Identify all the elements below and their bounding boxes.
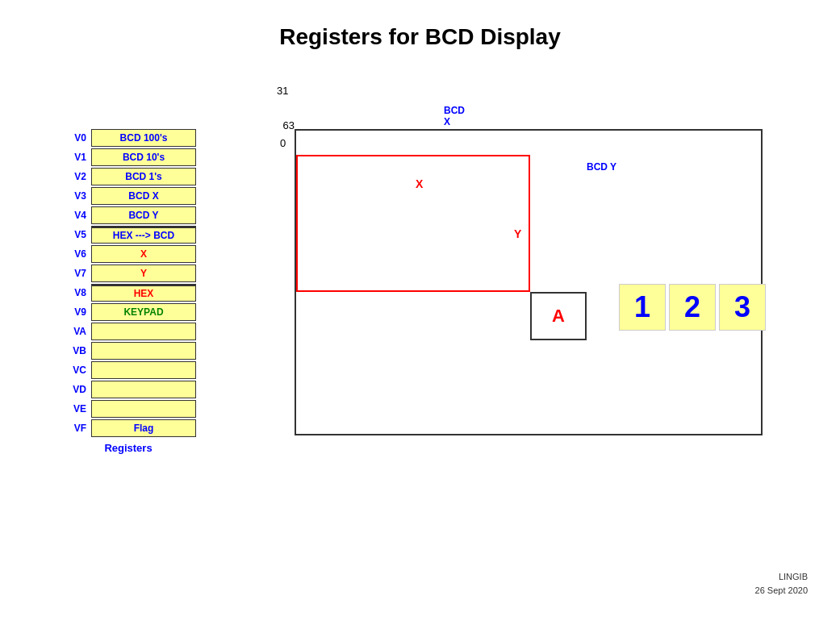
reg-label: V4	[61, 210, 86, 221]
reg-cell: HEX	[91, 284, 196, 302]
reg-label: V0	[61, 132, 86, 144]
register-row: VFFlag	[61, 419, 196, 437]
number-box-1: 1	[619, 284, 666, 331]
reg-cell: BCD 100's	[91, 129, 196, 147]
registers-section: V0BCD 100'sV1BCD 10'sV2BCD 1'sV3BCD XV4B…	[61, 129, 196, 454]
reg-label: VB	[61, 345, 86, 356]
reg-label: V3	[61, 190, 86, 202]
footer: LINGIB 26 Sept 2020	[755, 570, 808, 597]
footer-line2: 26 Sept 2020	[755, 584, 808, 598]
registers-label: Registers	[61, 442, 196, 454]
reg-label: VD	[61, 384, 86, 395]
reg-cell	[91, 381, 196, 398]
reg-label: V6	[61, 248, 86, 260]
y-marker: Y	[514, 227, 521, 240]
reg-label: VE	[61, 403, 86, 414]
reg-label: VA	[61, 326, 86, 337]
a-box: A	[530, 292, 587, 340]
num-0: 0	[280, 137, 286, 149]
number-box-2: 2	[669, 284, 716, 331]
register-row: VC	[61, 361, 196, 379]
register-row: VE	[61, 400, 196, 418]
reg-label: V9	[61, 306, 86, 318]
reg-label: V1	[61, 152, 86, 163]
reg-cell: X	[91, 245, 196, 263]
page-title: Registers for BCD Display	[0, 0, 840, 50]
register-row: VA	[61, 323, 196, 340]
numbers-area: 123	[619, 284, 766, 331]
reg-cell: Y	[91, 265, 196, 282]
reg-label: V7	[61, 268, 86, 279]
reg-cell: BCD X	[91, 187, 196, 205]
reg-cell	[91, 342, 196, 360]
reg-cell: BCD 10's	[91, 148, 196, 166]
num-63: 63	[283, 119, 295, 131]
reg-label: V8	[61, 287, 86, 298]
register-row: V8HEX	[61, 284, 196, 302]
reg-cell	[91, 400, 196, 418]
reg-cell: KEYPAD	[91, 303, 196, 321]
reg-label: VF	[61, 423, 86, 434]
reg-cell: BCD Y	[91, 206, 196, 224]
reg-cell: HEX ---> BCD	[91, 226, 196, 244]
register-row: V2BCD 1's	[61, 168, 196, 185]
footer-line1: LINGIB	[755, 570, 808, 584]
register-row: VD	[61, 381, 196, 398]
x-marker: X	[416, 177, 423, 190]
register-row: V7Y	[61, 265, 196, 282]
outer-rect: BCD Y X Y A 123	[295, 129, 763, 435]
reg-label: VC	[61, 364, 86, 376]
num-31: 31	[277, 85, 288, 97]
register-row: VB	[61, 342, 196, 360]
bcd-x-label: BCD X	[444, 105, 465, 127]
register-row: V4BCD Y	[61, 206, 196, 224]
register-row: V0BCD 100's	[61, 129, 196, 147]
reg-cell	[91, 323, 196, 340]
register-row: V9KEYPAD	[61, 303, 196, 321]
reg-cell	[91, 361, 196, 379]
inner-red-rect	[296, 155, 530, 292]
register-row: V3BCD X	[61, 187, 196, 205]
reg-label: V2	[61, 171, 86, 182]
reg-label: V5	[61, 229, 86, 240]
reg-cell: BCD 1's	[91, 168, 196, 185]
bcd-y-label: BCD Y	[587, 161, 616, 173]
number-box-3: 3	[719, 284, 766, 331]
register-row: V6X	[61, 245, 196, 263]
register-row: V1BCD 10's	[61, 148, 196, 166]
reg-cell: Flag	[91, 419, 196, 437]
register-row: V5HEX ---> BCD	[61, 226, 196, 244]
